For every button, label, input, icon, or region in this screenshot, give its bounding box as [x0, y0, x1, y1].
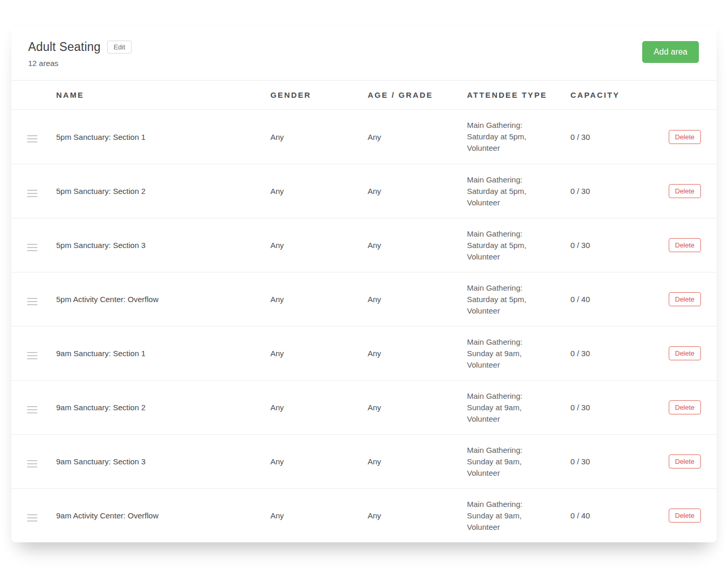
table-row: 5pm Sanctuary: Section 2 Any Any Main Ga… [11, 164, 717, 218]
drag-handle-icon[interactable] [27, 512, 37, 524]
drag-cell [11, 292, 56, 307]
card-header: Adult Seating Edit 12 areas Add area [11, 26, 717, 81]
table-row: 9am Sanctuary: Section 1 Any Any Main Ga… [11, 326, 717, 380]
area-age-grade: Any [368, 133, 467, 141]
table-row: 5pm Sanctuary: Section 1 Any Any Main Ga… [11, 110, 717, 164]
adult-seating-card: Adult Seating Edit 12 areas Add area Nam… [11, 26, 717, 542]
area-attendee-type: Main Gathering: Sunday at 9am, Volunteer [467, 336, 570, 371]
area-capacity: 0 / 30 [570, 349, 669, 358]
area-capacity: 0 / 40 [570, 511, 669, 520]
area-attendee-type: Main Gathering: Saturday at 5pm, Volunte… [467, 282, 570, 317]
column-header-age-grade: Age / Grade [368, 90, 467, 99]
area-capacity: 0 / 40 [570, 295, 669, 304]
area-name: 5pm Sanctuary: Section 3 [56, 241, 270, 250]
drag-handle-icon[interactable] [27, 188, 37, 199]
delete-button[interactable]: Delete [669, 292, 701, 306]
area-name: 9am Sanctuary: Section 1 [56, 349, 270, 358]
delete-button[interactable]: Delete [669, 454, 701, 468]
drag-cell [11, 184, 56, 199]
area-attendee-type: Main Gathering: Sunday at 9am, Volunteer [467, 445, 570, 479]
delete-button[interactable]: Delete [669, 130, 701, 144]
area-attendee-type: Main Gathering: Sunday at 9am, Volunteer [467, 499, 570, 533]
drag-handle-icon[interactable] [27, 350, 37, 361]
area-name: 5pm Sanctuary: Section 1 [56, 133, 270, 141]
areas-table: Name Gender Age / Grade Attendee Type Ca… [11, 81, 717, 542]
actions-cell: Delete [669, 346, 719, 360]
drag-handle-icon[interactable] [27, 404, 37, 415]
column-header-attendee-type: Attendee Type [467, 90, 570, 99]
actions-cell: Delete [669, 292, 719, 306]
area-attendee-type: Main Gathering: Saturday at 5pm, Volunte… [467, 228, 570, 263]
drag-handle-icon[interactable] [27, 458, 37, 470]
area-gender: Any [270, 187, 368, 196]
area-gender: Any [270, 241, 368, 250]
add-area-button[interactable]: Add area [642, 41, 699, 63]
areas-count: 12 areas [28, 59, 132, 68]
drag-handle-icon[interactable] [27, 296, 37, 307]
area-age-grade: Any [368, 457, 467, 466]
area-capacity: 0 / 30 [570, 241, 669, 250]
area-gender: Any [270, 403, 368, 412]
drag-handle-icon[interactable] [27, 133, 37, 145]
actions-cell: Delete [669, 454, 719, 468]
area-attendee-type: Main Gathering: Sunday at 9am, Volunteer [467, 390, 570, 425]
table-header-row: Name Gender Age / Grade Attendee Type Ca… [11, 81, 717, 110]
area-capacity: 0 / 30 [570, 133, 669, 141]
drag-cell [11, 508, 56, 524]
area-age-grade: Any [368, 349, 467, 358]
page-title: Adult Seating [28, 40, 100, 54]
area-gender: Any [270, 295, 368, 304]
drag-cell [11, 238, 56, 253]
actions-cell: Delete [669, 509, 719, 523]
actions-cell: Delete [669, 184, 719, 198]
table-row: 9am Sanctuary: Section 2 Any Any Main Ga… [11, 380, 717, 434]
drag-cell [11, 400, 56, 415]
drag-cell [11, 129, 56, 145]
area-gender: Any [270, 349, 368, 358]
drag-cell [11, 346, 56, 361]
delete-button[interactable]: Delete [669, 184, 701, 198]
actions-cell: Delete [669, 130, 719, 144]
actions-cell: Delete [669, 238, 719, 252]
drag-cell [11, 454, 56, 470]
delete-button[interactable]: Delete [669, 346, 701, 360]
table-row: 5pm Activity Center: Overflow Any Any Ma… [11, 272, 717, 326]
column-header-name: Name [56, 90, 270, 99]
delete-button[interactable]: Delete [669, 238, 701, 252]
area-attendee-type: Main Gathering: Saturday at 5pm, Volunte… [467, 120, 570, 154]
area-name: 9am Activity Center: Overflow [56, 511, 270, 520]
edit-button[interactable]: Edit [107, 41, 131, 54]
column-header-capacity: Capacity [570, 90, 669, 99]
table-row: 9am Sanctuary: Section 3 Any Any Main Ga… [11, 434, 717, 488]
area-name: 5pm Activity Center: Overflow [56, 295, 270, 304]
area-age-grade: Any [368, 295, 467, 304]
area-name: 9am Sanctuary: Section 3 [56, 457, 270, 466]
area-age-grade: Any [368, 403, 467, 412]
area-gender: Any [270, 511, 368, 520]
area-age-grade: Any [368, 241, 467, 250]
table-body: 5pm Sanctuary: Section 1 Any Any Main Ga… [11, 110, 717, 542]
delete-button[interactable]: Delete [669, 509, 701, 523]
area-capacity: 0 / 30 [570, 457, 669, 466]
actions-cell: Delete [669, 400, 719, 414]
area-gender: Any [270, 133, 368, 141]
area-attendee-type: Main Gathering: Saturday at 5pm, Volunte… [467, 174, 570, 209]
title-group: Adult Seating Edit 12 areas [28, 40, 132, 68]
area-name: 5pm Sanctuary: Section 2 [56, 187, 270, 196]
area-age-grade: Any [368, 187, 467, 196]
delete-button[interactable]: Delete [669, 400, 701, 414]
area-name: 9am Sanctuary: Section 2 [56, 403, 270, 412]
area-age-grade: Any [368, 511, 467, 520]
area-gender: Any [270, 457, 368, 466]
table-row: 9am Activity Center: Overflow Any Any Ma… [11, 488, 717, 542]
area-capacity: 0 / 30 [570, 403, 669, 412]
drag-handle-icon[interactable] [27, 242, 37, 253]
table-row: 5pm Sanctuary: Section 3 Any Any Main Ga… [11, 218, 717, 272]
column-header-gender: Gender [270, 90, 368, 99]
area-capacity: 0 / 30 [570, 187, 669, 196]
